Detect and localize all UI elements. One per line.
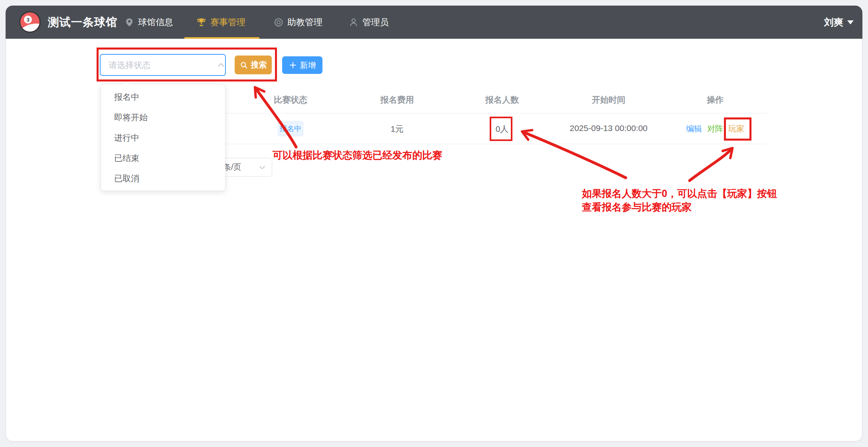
annotation-note-filter: 可以根据比赛状态筛选已经发布的比赛 xyxy=(273,149,442,162)
signup-count-cell: 0人 xyxy=(496,123,509,135)
page-size-label: 条/页 xyxy=(223,162,241,173)
annotation-note-players-line1: 如果报名人数大于0，可以点击【玩家】按钮 xyxy=(582,187,777,200)
tab-administrator[interactable]: 管理员 xyxy=(349,6,389,39)
search-button-label: 搜索 xyxy=(251,60,267,70)
dropdown-option-cancelled[interactable]: 已取消 xyxy=(101,168,225,189)
annotation-note-players: 如果报名人数大于0，可以点击【玩家】按钮 查看报名参与比赛的玩家 xyxy=(582,187,777,214)
table-header-divider xyxy=(172,113,767,113)
logo-number: 3 xyxy=(24,16,32,24)
status-badge: 报名中 xyxy=(278,121,303,136)
column-header-signup-count: 报名人数 xyxy=(485,94,519,105)
person-icon xyxy=(349,18,358,27)
row-actions: 编辑 对阵 玩家 xyxy=(686,123,744,134)
edit-link[interactable]: 编辑 xyxy=(686,123,702,134)
dropdown-option-finished[interactable]: 已结束 xyxy=(101,148,225,168)
search-button[interactable]: 搜索 xyxy=(235,56,272,74)
add-button-label: 新增 xyxy=(300,60,316,71)
chevron-down-icon xyxy=(258,163,266,171)
chevron-up-icon xyxy=(217,61,225,70)
tab-assistant-management[interactable]: 助教管理 xyxy=(274,6,322,39)
status-select-input[interactable] xyxy=(109,60,217,70)
dropdown-option-upcoming[interactable]: 即将开始 xyxy=(101,107,225,127)
matchup-link[interactable]: 对阵 xyxy=(707,123,723,134)
page: 3 测试一条球馆 球馆信息 赛事管理 xyxy=(0,0,868,447)
column-header-actions: 操作 xyxy=(707,94,724,105)
tab-label: 助教管理 xyxy=(287,16,322,28)
fee-cell: 1元 xyxy=(391,123,404,135)
plus-icon xyxy=(289,61,297,69)
status-dropdown-panel: 报名中 即将开始 进行中 已结束 已取消 xyxy=(101,84,225,191)
location-pin-icon xyxy=(125,18,134,27)
trophy-icon xyxy=(196,17,206,27)
column-header-fee: 报名费用 xyxy=(380,94,414,105)
dropdown-option-ongoing[interactable]: 进行中 xyxy=(101,127,225,148)
billiard-ball-logo: 3 xyxy=(19,11,41,33)
column-header-match-status: 比赛状态 xyxy=(274,94,307,105)
search-icon xyxy=(240,61,248,69)
start-time-cell: 2025-09-13 00:00:00 xyxy=(570,123,648,133)
user-menu[interactable]: 刘爽 xyxy=(824,6,854,39)
top-navbar: 3 测试一条球馆 球馆信息 赛事管理 xyxy=(6,6,862,39)
caret-down-icon xyxy=(847,20,854,24)
user-name: 刘爽 xyxy=(824,16,843,29)
players-link[interactable]: 玩家 xyxy=(728,123,744,134)
tab-venue-info[interactable]: 球馆信息 xyxy=(125,6,173,39)
dropdown-option-registering[interactable]: 报名中 xyxy=(101,87,225,107)
tab-label: 球馆信息 xyxy=(138,16,173,28)
tab-event-management[interactable]: 赛事管理 xyxy=(196,6,245,39)
status-select[interactable] xyxy=(100,54,226,76)
table-row-divider xyxy=(172,144,767,144)
tab-label: 管理员 xyxy=(362,16,389,28)
tab-label: 赛事管理 xyxy=(210,16,245,28)
annotation-note-players-line2: 查看报名参与比赛的玩家 xyxy=(582,200,777,214)
venue-title: 测试一条球馆 xyxy=(48,6,117,39)
active-tab-indicator xyxy=(184,37,259,39)
assistant-service-icon xyxy=(274,18,283,27)
add-button[interactable]: 新增 xyxy=(282,56,322,74)
column-header-start-time: 开始时间 xyxy=(592,94,625,105)
